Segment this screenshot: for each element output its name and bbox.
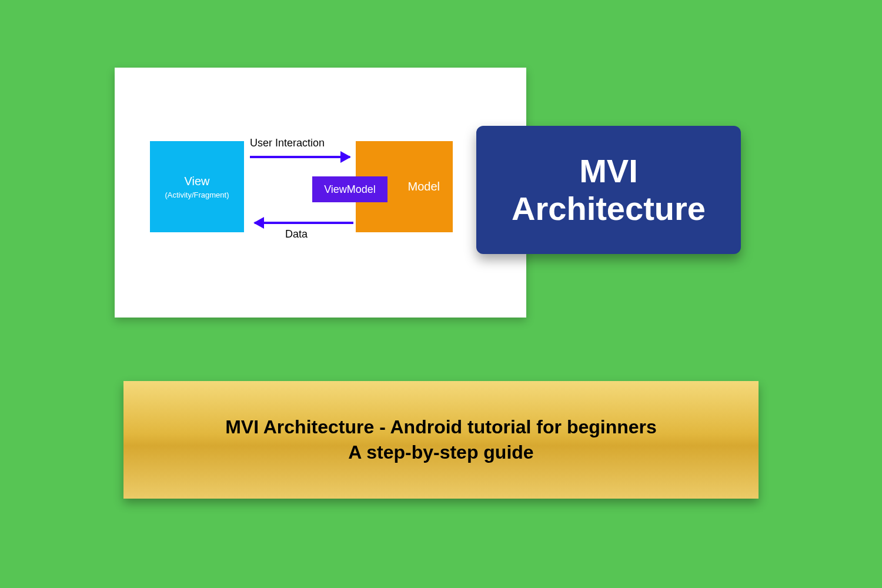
view-box: View (Activity/Fragment) <box>150 141 244 232</box>
arrow-right-icon <box>250 156 350 158</box>
banner: MVI Architecture - Android tutorial for … <box>123 381 759 499</box>
banner-line1: MVI Architecture - Android tutorial for … <box>225 415 657 440</box>
banner-line2: A step-by-step guide <box>348 440 533 465</box>
arrow-label-data: Data <box>285 228 308 240</box>
title-card-line1: MVI <box>579 152 638 190</box>
model-box-label: Model <box>408 180 440 193</box>
view-box-title: View <box>185 175 210 188</box>
diagram-card: View (Activity/Fragment) Model ViewModel… <box>115 68 526 318</box>
viewmodel-box: ViewModel <box>312 176 387 202</box>
arrow-left-icon <box>255 222 353 224</box>
title-card-line2: Architecture <box>512 190 706 228</box>
viewmodel-box-label: ViewModel <box>324 183 376 196</box>
arrow-label-user-interaction: User Interaction <box>250 137 325 149</box>
view-box-subtitle: (Activity/Fragment) <box>165 191 229 199</box>
title-card: MVI Architecture <box>476 126 741 254</box>
